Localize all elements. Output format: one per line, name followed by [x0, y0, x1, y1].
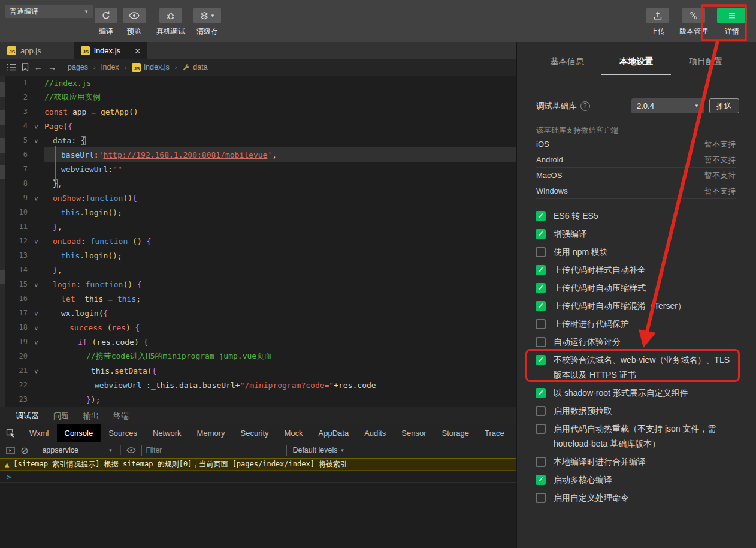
breadcrumb-item-symbol[interactable]: data: [182, 63, 207, 71]
inspect-element-icon[interactable]: [0, 429, 22, 438]
console-filter-input[interactable]: [141, 445, 287, 456]
option-label: 上传时进行代码保护: [554, 317, 739, 332]
upload-icon[interactable]: [646, 8, 669, 23]
checkbox-unchecked[interactable]: [536, 247, 546, 257]
code-line: 2//获取应用实例: [0, 90, 516, 104]
compile-button[interactable]: 编译: [93, 8, 119, 37]
details-button[interactable]: 详情: [716, 8, 748, 37]
settings-tab-项目配置[interactable]: 项目配置: [689, 56, 722, 67]
version-manage-button[interactable]: 版本管理: [676, 8, 711, 37]
devtools-tab-security[interactable]: Security: [233, 424, 277, 442]
code-editor[interactable]: 1//index.js2//获取应用实例3const app = getApp(…: [0, 76, 516, 407]
checkbox-unchecked[interactable]: [536, 424, 546, 434]
devtools-tab-appdata[interactable]: AppData: [311, 424, 357, 442]
devtools-tab-wxml[interactable]: Wxml: [22, 424, 57, 442]
chevron-down-icon: ▼: [694, 103, 699, 109]
refresh-icon[interactable]: [95, 8, 117, 23]
device-debug-button[interactable]: 真机调试: [153, 8, 188, 37]
code-text: });: [44, 392, 516, 407]
divider: [34, 445, 34, 455]
debugger-tab-输出[interactable]: 输出: [83, 411, 99, 421]
devtools-tab-network[interactable]: Network: [145, 424, 189, 442]
checkbox-checked[interactable]: ✓: [536, 283, 546, 293]
console-prompt[interactable]: >: [0, 471, 516, 483]
editor-tabbar: JSapp.jsJSindex.js×: [0, 42, 516, 59]
code-line: 1//index.js: [0, 76, 516, 90]
devtools-tabbar: WxmlConsoleSourcesNetworkMemorySecurityM…: [0, 424, 516, 442]
code-text: let _this = this;: [44, 291, 516, 306]
checkbox-checked[interactable]: ✓: [536, 229, 546, 239]
debugger-tabbar: 调试器问题输出终端: [0, 407, 516, 424]
settings-tab-本地设置[interactable]: 本地设置: [619, 56, 653, 67]
devtools-tab-memory[interactable]: Memory: [189, 424, 233, 442]
close-icon[interactable]: ×: [135, 46, 140, 55]
back-arrow-icon[interactable]: ←: [34, 62, 43, 72]
clear-console-icon[interactable]: ⊘: [20, 445, 28, 456]
code-text: //index.js: [44, 76, 516, 90]
checkbox-unchecked[interactable]: [536, 319, 546, 329]
fold-chevron-icon[interactable]: >: [28, 309, 44, 318]
devtools-tab-sources[interactable]: Sources: [101, 424, 145, 442]
debugger-tab-调试器[interactable]: 调试器: [16, 411, 39, 421]
help-icon[interactable]: ?: [580, 101, 590, 111]
checkbox-unchecked[interactable]: [536, 337, 546, 347]
devtools-tab-sensor[interactable]: Sensor: [394, 424, 434, 442]
checkbox-unchecked[interactable]: [536, 493, 546, 503]
code-text: if (res.code) {: [44, 335, 516, 349]
checkbox-checked[interactable]: ✓: [536, 355, 546, 365]
bracket-scope-guide: [55, 146, 56, 181]
editor-tab-index.js[interactable]: JSindex.js×: [74, 42, 147, 59]
devtools-tab-mock[interactable]: Mock: [277, 424, 311, 442]
preview-button[interactable]: 预览: [122, 8, 147, 37]
fold-chevron-icon[interactable]: >: [28, 122, 44, 131]
hamburger-icon[interactable]: [717, 8, 747, 23]
fold-chevron-icon[interactable]: >: [28, 366, 44, 375]
live-expression-eye-icon[interactable]: [126, 447, 136, 454]
checkbox-checked[interactable]: ✓: [536, 388, 546, 398]
breadcrumb-item-file[interactable]: JS index.js: [132, 63, 169, 72]
fold-chevron-icon[interactable]: >: [28, 237, 44, 246]
checkbox-checked[interactable]: ✓: [536, 265, 546, 275]
option-label: 启用代码自动热重载（不支持 json 文件，需 hotreload-beta 基…: [554, 421, 739, 451]
compile-mode-dropdown[interactable]: 普通编译 ▼: [5, 5, 93, 18]
push-button[interactable]: 推送: [709, 98, 739, 113]
settings-tab-基本信息[interactable]: 基本信息: [551, 56, 584, 67]
checkbox-checked[interactable]: ✓: [536, 475, 546, 485]
forward-arrow-icon[interactable]: →: [48, 62, 56, 72]
code-line: 16let _this = this;: [0, 291, 516, 306]
platform-label: Android: [536, 155, 563, 164]
clear-cache-button[interactable]: ▼ 清缓存: [192, 8, 222, 37]
fold-chevron-icon[interactable]: >: [28, 136, 44, 145]
version-manage-label: 版本管理: [679, 26, 708, 37]
sidebar-toggle-icon[interactable]: [6, 447, 15, 454]
branch-icon[interactable]: [682, 8, 705, 23]
bug-icon[interactable]: [159, 8, 182, 23]
eye-icon[interactable]: [123, 8, 146, 23]
editor-tab-app.js[interactable]: JSapp.js: [0, 42, 74, 59]
devtools-tab-trace[interactable]: Trace: [477, 424, 512, 442]
debugger-tab-问题[interactable]: 问题: [53, 411, 69, 421]
execution-context-dropdown[interactable]: appservice ▼: [40, 446, 115, 454]
devtools-tab-storage[interactable]: Storage: [434, 424, 477, 442]
devtools-tab-audits[interactable]: Audits: [356, 424, 394, 442]
list-icon[interactable]: [7, 64, 16, 71]
checkbox-checked[interactable]: ✓: [536, 301, 546, 311]
support-status: 暂不支持: [704, 139, 736, 150]
breadcrumb-item-index[interactable]: index: [101, 63, 119, 71]
devtools-tab-console[interactable]: Console: [57, 424, 101, 442]
fold-chevron-icon[interactable]: >: [28, 323, 44, 332]
fold-chevron-icon[interactable]: >: [28, 280, 44, 289]
bookmark-icon[interactable]: [22, 63, 29, 71]
log-levels-dropdown[interactable]: Default levels ▼: [292, 446, 344, 454]
checkbox-unchecked[interactable]: [536, 457, 546, 467]
breadcrumb-item-pages[interactable]: pages: [68, 63, 88, 71]
checkbox-checked[interactable]: ✓: [536, 211, 546, 221]
fold-chevron-icon[interactable]: >: [28, 338, 44, 347]
debugger-tab-终端[interactable]: 终端: [113, 411, 129, 421]
layers-icon[interactable]: ▼: [193, 8, 221, 23]
code-line: 10this.login();: [0, 205, 516, 219]
fold-chevron-icon[interactable]: >: [28, 194, 44, 203]
lib-version-dropdown[interactable]: 2.0.4 ▼: [631, 98, 704, 113]
checkbox-unchecked[interactable]: [536, 406, 546, 416]
upload-button[interactable]: 上传: [645, 8, 671, 37]
